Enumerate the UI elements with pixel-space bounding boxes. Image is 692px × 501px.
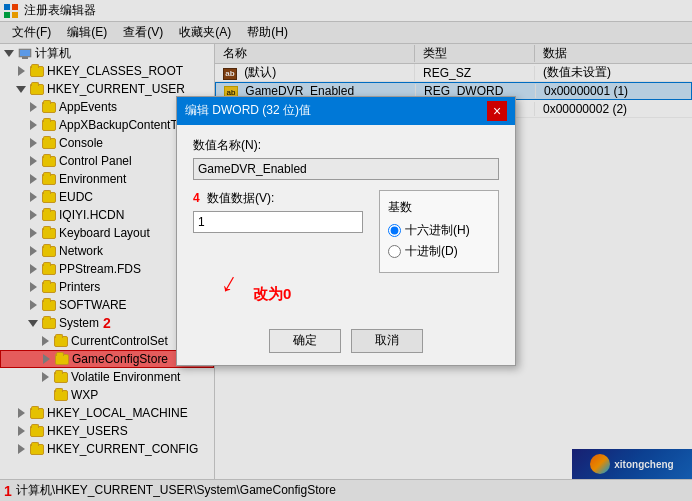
annotation-area: ↓ 改为0 — [193, 277, 499, 317]
dialog-base-title: 基数 — [388, 199, 490, 216]
dialog-name-input[interactable] — [193, 158, 499, 180]
edit-dword-dialog: 编辑 DWORD (32 位)值 × 数值名称(N): 4 数值数据(V): — [176, 96, 516, 366]
radio-hex-row: 十六进制(H) — [388, 222, 490, 239]
annotation-4: 4 — [193, 191, 200, 205]
dialog-title-bar: 编辑 DWORD (32 位)值 × — [177, 97, 515, 125]
dialog-value-label: 4 数值数据(V): — [193, 190, 363, 207]
radio-dec[interactable] — [388, 245, 401, 258]
dialog-value-section: 4 数值数据(V): — [193, 190, 363, 233]
radio-dec-label: 十进制(D) — [405, 243, 458, 260]
annotation-arrow-text: 改为0 — [253, 285, 291, 304]
dialog-close-button[interactable]: × — [487, 101, 507, 121]
dialog-body: 数值名称(N): 4 数值数据(V): 基数 — [177, 125, 515, 365]
radio-hex-label: 十六进制(H) — [405, 222, 470, 239]
dialog-value-input[interactable] — [193, 211, 363, 233]
dialog-name-label: 数值名称(N): — [193, 137, 499, 154]
dialog-overlay: 编辑 DWORD (32 位)值 × 数值名称(N): 4 数值数据(V): — [0, 0, 692, 501]
dialog-buttons: 确定 取消 — [193, 329, 499, 353]
dialog-value-base-section: 4 数值数据(V): 基数 十六进制(H) 十进制(D) — [193, 190, 499, 273]
radio-dec-row: 十进制(D) — [388, 243, 490, 260]
radio-hex[interactable] — [388, 224, 401, 237]
dialog-ok-button[interactable]: 确定 — [269, 329, 341, 353]
dialog-cancel-button[interactable]: 取消 — [351, 329, 423, 353]
dialog-base-section: 基数 十六进制(H) 十进制(D) — [379, 190, 499, 273]
dialog-title: 编辑 DWORD (32 位)值 — [185, 102, 311, 119]
dialog-name-row: 数值名称(N): — [193, 137, 499, 180]
